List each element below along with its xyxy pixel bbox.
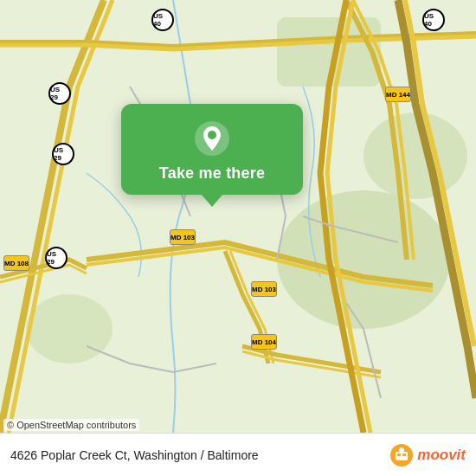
callout-bubble[interactable]: Take me there (121, 104, 303, 195)
address-text: 4626 Poplar Creek Ct, Washington / Balti… (10, 448, 389, 462)
moovit-logo: moovit (389, 443, 466, 467)
svg-point-2 (363, 113, 467, 199)
svg-rect-12 (402, 453, 406, 456)
shield-md104: MD 104 (251, 334, 277, 350)
svg-rect-14 (400, 451, 403, 453)
callout-label: Take me there (159, 164, 265, 183)
shield-us29-1: US 29 (48, 82, 71, 105)
moovit-icon (389, 443, 414, 467)
moovit-name: moovit (417, 447, 466, 464)
svg-point-9 (396, 460, 400, 464)
shield-md103-1: MD 103 (170, 229, 196, 245)
map-container: US 40 US 40 US 29 US 29 US 29 MD 144 MD … (0, 0, 476, 433)
shield-us40-top-right: US 40 (422, 9, 445, 31)
shield-md103-2: MD 103 (251, 281, 277, 297)
svg-rect-11 (397, 453, 401, 456)
shield-us29-2: US 29 (52, 143, 74, 165)
shield-us29-3: US 29 (45, 247, 68, 269)
svg-point-10 (403, 460, 407, 464)
svg-point-3 (26, 294, 113, 363)
svg-point-6 (208, 131, 216, 139)
shield-md144: MD 144 (385, 87, 411, 102)
bottom-bar: 4626 Poplar Creek Ct, Washington / Balti… (0, 433, 476, 476)
map-svg (0, 0, 476, 433)
shield-md108: MD 108 (3, 255, 29, 271)
osm-credit: © OpenStreetMap contributors (3, 419, 139, 431)
location-pin-icon (193, 119, 231, 158)
shield-us40-top-left: US 40 (151, 9, 174, 31)
